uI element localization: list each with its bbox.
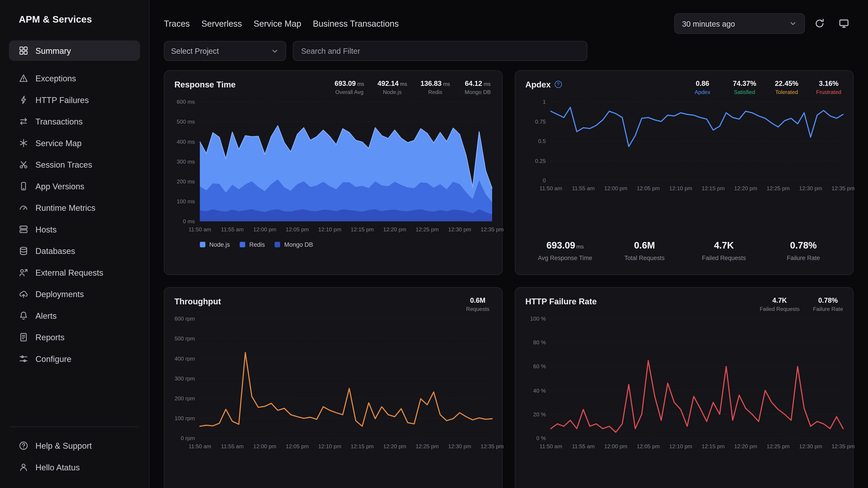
card-header: Response Time 693.09 msOverall Avg492.14… bbox=[174, 80, 492, 95]
stat-value: 3.16% bbox=[814, 80, 843, 88]
search-input[interactable] bbox=[293, 41, 587, 61]
x-axis-label: 12:25 pm bbox=[416, 443, 439, 449]
x-axis-label: 12:35 pm bbox=[480, 226, 504, 232]
response-time-legend: Node.jsRedisMongo DB bbox=[200, 241, 492, 248]
http-failure-rate-title: HTTP Failure Rate bbox=[525, 297, 597, 306]
sidebar-item-label: Reports bbox=[35, 332, 65, 342]
summary-stat-label: Failure Rate bbox=[764, 255, 843, 261]
y-axis-label: 0.25 bbox=[535, 158, 546, 164]
summary-stat-avg-response-time: 693.09msAvg Response Time bbox=[525, 240, 604, 261]
x-axis-label: 12:00 pm bbox=[604, 443, 627, 449]
refresh-button[interactable] bbox=[809, 13, 829, 33]
tab-service-map[interactable]: Service Map bbox=[254, 19, 301, 29]
monitor-icon bbox=[838, 18, 849, 29]
sidebar-item-hosts[interactable]: Hosts bbox=[9, 219, 140, 240]
apdex-title: Apdex bbox=[525, 80, 551, 89]
sidebar-divider bbox=[10, 427, 139, 427]
sidebar-nav: SummaryExceptionsHTTP FailuresTransactio… bbox=[9, 40, 140, 369]
sidebar-item-external-requests[interactable]: External Requests bbox=[9, 262, 140, 283]
x-axis-label: 12:05 pm bbox=[286, 443, 309, 449]
y-axis-label: 0 ms bbox=[183, 218, 195, 224]
apdex-stats: 0.86Apdex74.37%Satisfied22.45%Tolerated3… bbox=[688, 80, 843, 95]
legend-item-mongo-db[interactable]: Mongo DB bbox=[275, 241, 313, 248]
legend-label: Node.js bbox=[209, 241, 230, 248]
help-icon[interactable]: ? bbox=[555, 81, 562, 88]
sidebar-item-deployments[interactable]: Deployments bbox=[9, 284, 140, 304]
time-range-select[interactable]: 30 minutes ago bbox=[674, 13, 805, 34]
y-axis-label: 200 rpm bbox=[175, 395, 195, 401]
y-axis-label: 100 rpm bbox=[175, 415, 195, 421]
stat-label: Tolerated bbox=[772, 89, 801, 95]
x-axis-label: 12:35 pm bbox=[480, 443, 504, 449]
sidebar-item-configure[interactable]: Configure bbox=[9, 349, 140, 369]
x-axis-label: 12:00 pm bbox=[253, 226, 276, 232]
sidebar-item-alerts[interactable]: Alerts bbox=[9, 305, 140, 326]
sidebar-item-transactions[interactable]: Transactions bbox=[9, 111, 140, 132]
y-axis-label: 300 rpm bbox=[175, 376, 195, 382]
legend-item-redis[interactable]: Redis bbox=[240, 241, 265, 248]
summary-stat-label: Total Requests bbox=[605, 255, 684, 261]
sidebar-item-runtime-metrics[interactable]: Runtime Metrics bbox=[9, 197, 140, 218]
y-axis-label: 60 % bbox=[533, 363, 546, 369]
topbar-actions: 30 minutes ago bbox=[674, 13, 854, 34]
legend-item-node-js[interactable]: Node.js bbox=[200, 241, 230, 248]
chart-plot-area bbox=[200, 102, 492, 221]
response-time-chart: 0 ms100 ms200 ms300 ms400 ms500 ms600 ms… bbox=[174, 102, 492, 234]
x-axis-label: 11:50 am bbox=[188, 226, 211, 232]
sidebar-item-label: Service Map bbox=[35, 138, 82, 148]
sidebar-item-label: Alerts bbox=[35, 311, 57, 320]
stat-label: Failure Rate bbox=[813, 306, 843, 312]
sidebar-item-reports[interactable]: Reports bbox=[9, 327, 140, 348]
sidebar-item-service-map[interactable]: Service Map bbox=[9, 133, 140, 153]
stat-value: 0.78% bbox=[813, 297, 843, 304]
sidebar: APM & Services SummaryExceptionsHTTP Fai… bbox=[0, 0, 149, 488]
bell-icon bbox=[19, 311, 28, 320]
display-mode-button[interactable] bbox=[834, 13, 854, 33]
y-axis-label: 100 % bbox=[530, 316, 546, 322]
x-axis-label: 12:20 pm bbox=[383, 226, 406, 232]
x-axis-label: 12:20 pm bbox=[383, 443, 406, 449]
stat-tolerated: 22.45%Tolerated bbox=[772, 80, 801, 95]
summary-stat-total-requests: 0.6MTotal Requests bbox=[605, 240, 684, 261]
stat-label: Overall Avg bbox=[335, 89, 364, 95]
x-axis: 11:50 am11:55 am12:00 pm12:05 pm12:10 pm… bbox=[551, 185, 843, 193]
sidebar-item-databases[interactable]: Databases bbox=[9, 240, 140, 261]
sidebar-item-label: Session Traces bbox=[35, 160, 92, 169]
throughput-stats: 0.6MRequests bbox=[463, 297, 492, 312]
stat-apdex: 0.86Apdex bbox=[688, 80, 717, 95]
card-header: Throughput 0.6MRequests bbox=[174, 297, 492, 312]
stat-label: Failed Requests bbox=[760, 306, 800, 312]
x-axis-label: 12:25 pm bbox=[767, 185, 789, 191]
cloud-upload-icon bbox=[19, 289, 28, 299]
sidebar-item-hello-atatus[interactable]: Hello Atatus bbox=[9, 457, 140, 478]
project-select[interactable]: Select Project bbox=[164, 41, 286, 61]
chevron-down-icon bbox=[271, 47, 279, 55]
summary-stat-value: 4.7K bbox=[684, 240, 764, 251]
summary-stat-label: Avg Response Time bbox=[525, 255, 604, 261]
sidebar-item-session-traces[interactable]: Session Traces bbox=[9, 154, 140, 175]
x-axis-label: 12:05 pm bbox=[286, 226, 309, 232]
x-axis-label: 12:35 pm bbox=[832, 185, 855, 191]
scissors-icon bbox=[19, 160, 28, 169]
tab-serverless[interactable]: Serverless bbox=[202, 19, 242, 29]
grid-icon bbox=[19, 46, 28, 55]
y-axis-label: 100 ms bbox=[177, 198, 195, 204]
x-axis-label: 12:15 pm bbox=[702, 443, 725, 449]
x-axis-label: 12:10 pm bbox=[669, 443, 692, 449]
stat-value: 492.14 ms bbox=[377, 80, 407, 88]
x-axis-label: 11:50 am bbox=[539, 443, 562, 449]
sidebar-item-help-support[interactable]: Help & Support bbox=[9, 435, 140, 456]
tab-traces[interactable]: Traces bbox=[164, 19, 190, 29]
y-axis-label: 0 % bbox=[536, 435, 546, 441]
sidebar-item-http-failures[interactable]: HTTP Failures bbox=[9, 90, 140, 110]
sidebar-item-app-versions[interactable]: App Versions bbox=[9, 176, 140, 197]
sidebar-item-summary[interactable]: Summary bbox=[9, 40, 140, 61]
stat-label: Requests bbox=[463, 306, 492, 312]
stat-requests: 0.6MRequests bbox=[463, 297, 492, 312]
throughput-card: Throughput 0.6MRequests 0 rpm100 rpm200 … bbox=[164, 287, 503, 488]
arrows-icon bbox=[19, 117, 28, 126]
sliders-icon bbox=[19, 354, 28, 363]
y-axis: 0 ms100 ms200 ms300 ms400 ms500 ms600 ms bbox=[174, 102, 200, 221]
sidebar-item-exceptions[interactable]: Exceptions bbox=[9, 68, 140, 89]
tab-business-transactions[interactable]: Business Transactions bbox=[313, 19, 399, 29]
